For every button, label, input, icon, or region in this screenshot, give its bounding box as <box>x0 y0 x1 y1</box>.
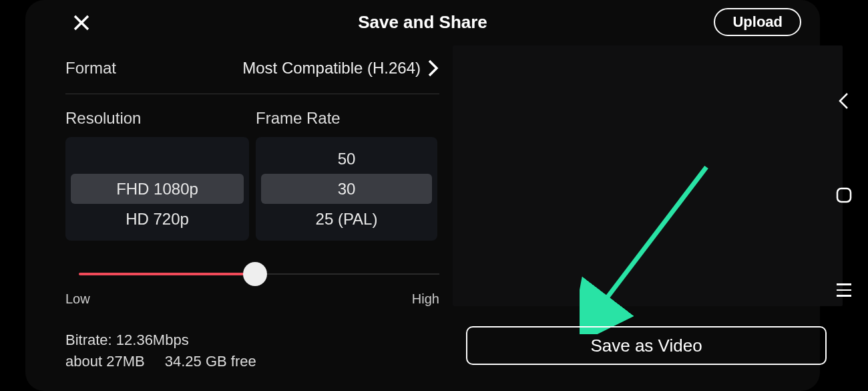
settings-column: Format Most Compatible (H.264) Resolutio… <box>65 53 439 372</box>
frame-rate-options: 50 30 25 (PAL) <box>256 137 437 241</box>
system-nav-bar <box>820 0 868 391</box>
format-label: Format <box>65 59 116 78</box>
bitrate-info: Bitrate: 12.36Mbps about 27MB 34.25 GB f… <box>65 330 439 372</box>
resolution-option-fhd[interactable]: FHD 1080p <box>71 174 244 204</box>
chevron-right-icon <box>427 59 439 78</box>
bitrate-line1: Bitrate: 12.36Mbps <box>65 330 439 351</box>
slider-low-label: Low <box>65 291 90 307</box>
nav-home-button[interactable] <box>834 185 854 205</box>
svg-rect-4 <box>837 188 851 202</box>
frame-rate-option-30[interactable]: 30 <box>261 174 432 204</box>
save-share-panel: Save and Share Upload Format Most Compat… <box>25 0 820 391</box>
save-as-video-button[interactable]: Save as Video <box>466 326 827 365</box>
nav-back-button[interactable] <box>834 91 854 111</box>
format-value-wrap[interactable]: Most Compatible (H.264) <box>242 59 439 78</box>
resolution-label: Resolution <box>65 109 249 128</box>
page-title: Save and Share <box>25 12 820 33</box>
format-row[interactable]: Format Most Compatible (H.264) <box>65 53 439 94</box>
chevron-left-icon <box>838 92 850 110</box>
video-preview <box>453 45 843 306</box>
bitrate-free: 34.25 GB free <box>165 353 256 370</box>
nav-recents-button[interactable] <box>834 280 854 300</box>
bitrate-size: about 27MB <box>65 353 145 370</box>
upload-button[interactable]: Upload <box>714 8 801 36</box>
resolution-options: FHD 1080p HD 720p <box>65 137 249 241</box>
slider-thumb[interactable] <box>243 262 267 286</box>
resolution-option-blank <box>71 144 244 174</box>
frame-rate-label: Frame Rate <box>256 109 437 128</box>
square-icon <box>835 186 853 204</box>
menu-lines-icon <box>837 283 851 297</box>
frame-rate-option-50[interactable]: 50 <box>261 144 432 174</box>
format-value: Most Compatible (H.264) <box>242 59 421 78</box>
resolution-option-hd[interactable]: HD 720p <box>71 204 244 234</box>
quality-slider[interactable] <box>65 261 439 287</box>
slider-high-label: High <box>412 291 439 307</box>
frame-rate-option-25[interactable]: 25 (PAL) <box>261 204 432 234</box>
slider-track-fill <box>79 273 252 275</box>
